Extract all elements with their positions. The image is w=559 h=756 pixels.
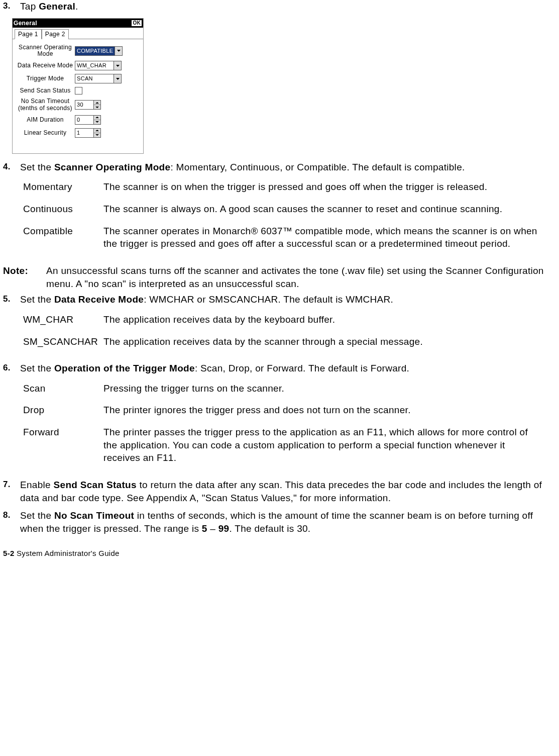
trigger-mode-label: Trigger Mode <box>16 75 75 82</box>
step-8: 8. Set the No Scan Timeout in tenths of … <box>3 509 553 535</box>
aim-duration-spinner[interactable]: 0 <box>75 115 101 125</box>
def-term: Continuous <box>23 203 103 216</box>
spinner-up-icon[interactable] <box>94 129 100 133</box>
step-7: 7. Enable Send Scan Status to return the… <box>3 479 553 504</box>
step-5: 5. Set the Data Receive Mode: WMCHAR or … <box>3 293 553 357</box>
step-body: Enable Send Scan Status to return the da… <box>20 479 553 504</box>
no-scan-timeout-label: No Scan Timeout (tenths of seconds) <box>16 98 75 111</box>
def-desc: The scanner is always on. A good scan ca… <box>103 203 553 216</box>
def-term: Drop <box>23 404 103 417</box>
def-term: Momentary <box>23 180 103 194</box>
step-body: Set the Operation of the Trigger Mode: S… <box>20 362 553 474</box>
def-desc: The application receives data by the key… <box>103 313 553 326</box>
step-body: Set the No Scan Timeout in tenths of sec… <box>20 509 553 535</box>
step-3: 3. Tap General. <box>3 0 553 13</box>
note-label: Note: <box>3 264 46 290</box>
svg-marker-1 <box>116 65 120 67</box>
def-desc: Pressing the trigger turns on the scanne… <box>103 382 553 395</box>
scanner-operating-mode-combo[interactable]: COMPATIBLE <box>75 46 123 56</box>
step-body: Tap General. <box>20 0 553 13</box>
dialog-titlebar: General OK <box>13 19 143 28</box>
svg-marker-0 <box>117 50 121 52</box>
send-scan-status-checkbox[interactable] <box>75 87 82 94</box>
general-dialog-screenshot: General OK Page 1 Page 2 Scanner Operati… <box>12 18 144 154</box>
note: Note: An unsuccessful scans turns off th… <box>3 264 553 290</box>
note-text: An unsuccessful scans turns off the scan… <box>46 264 553 290</box>
trigger-mode-definitions: ScanPressing the trigger turns on the sc… <box>23 382 553 464</box>
spinner-down-icon[interactable] <box>94 120 100 124</box>
linear-security-label: Linear Security <box>16 130 75 136</box>
svg-marker-8 <box>95 134 99 136</box>
def-desc: The scanner operates in Monarch® 6037™ c… <box>103 225 553 250</box>
linear-security-spinner[interactable]: 1 <box>75 128 101 138</box>
svg-marker-4 <box>95 107 99 108</box>
step-number: 5. <box>3 293 20 357</box>
dropdown-icon[interactable] <box>114 74 121 83</box>
dialog-tabs: Page 1 Page 2 <box>13 28 143 39</box>
spinner-down-icon[interactable] <box>94 133 100 137</box>
tab-page2[interactable]: Page 2 <box>42 29 69 39</box>
tab-page1[interactable]: Page 1 <box>15 29 42 39</box>
def-desc: The printer ignores the trigger press an… <box>103 404 553 417</box>
step-number: 7. <box>3 479 20 504</box>
spinner-down-icon[interactable] <box>94 105 100 109</box>
scanner-mode-definitions: MomentaryThe scanner is on when the trig… <box>23 180 553 250</box>
data-receive-definitions: WM_CHARThe application receives data by … <box>23 313 553 348</box>
def-desc: The printer passes the trigger press to … <box>103 426 553 464</box>
trigger-mode-combo[interactable]: SCAN <box>75 74 122 83</box>
step-number: 4. <box>3 161 20 259</box>
aim-duration-label: AIM Duration <box>16 117 75 123</box>
send-scan-status-label: Send Scan Status <box>16 87 75 94</box>
svg-marker-2 <box>116 78 120 80</box>
step-4: 4. Set the Scanner Operating Mode: Momen… <box>3 161 553 259</box>
svg-marker-6 <box>95 121 99 123</box>
data-receive-mode-label: Data Receive Mode <box>16 62 75 69</box>
step-number: 6. <box>3 362 20 474</box>
page-footer: 5-2 System Administrator's Guide <box>3 548 553 558</box>
step-6: 6. Set the Operation of the Trigger Mode… <box>3 362 553 474</box>
spinner-up-icon[interactable] <box>94 116 100 120</box>
dropdown-icon[interactable] <box>114 61 121 70</box>
scanner-operating-mode-label: Scanner Operating Mode <box>16 44 75 57</box>
svg-marker-5 <box>95 117 99 118</box>
step-number: 3. <box>3 0 20 13</box>
def-term: SM_SCANCHAR <box>23 335 103 348</box>
ok-button[interactable]: OK <box>131 20 142 27</box>
def-term: WM_CHAR <box>23 313 103 326</box>
no-scan-timeout-spinner[interactable]: 30 <box>75 100 101 110</box>
def-term: Compatible <box>23 225 103 250</box>
svg-marker-3 <box>95 102 99 104</box>
dialog-title: General <box>14 19 37 27</box>
svg-marker-7 <box>95 130 99 131</box>
def-desc: The scanner is on when the trigger is pr… <box>103 180 553 194</box>
step-body: Set the Data Receive Mode: WMCHAR or SMS… <box>20 293 553 357</box>
dropdown-icon[interactable] <box>115 47 122 55</box>
step-body: Set the Scanner Operating Mode: Momentar… <box>20 161 553 259</box>
def-desc: The application receives data by the sca… <box>103 335 553 348</box>
def-term: Forward <box>23 426 103 464</box>
step-number: 8. <box>3 509 20 535</box>
footer-title: System Administrator's Guide <box>15 549 120 557</box>
spinner-up-icon[interactable] <box>94 101 100 105</box>
data-receive-mode-combo[interactable]: WM_CHAR <box>75 61 122 70</box>
def-term: Scan <box>23 382 103 395</box>
page-number: 5-2 <box>3 549 15 557</box>
dialog-form: Scanner Operating Mode COMPATIBLE Data R… <box>13 39 143 153</box>
